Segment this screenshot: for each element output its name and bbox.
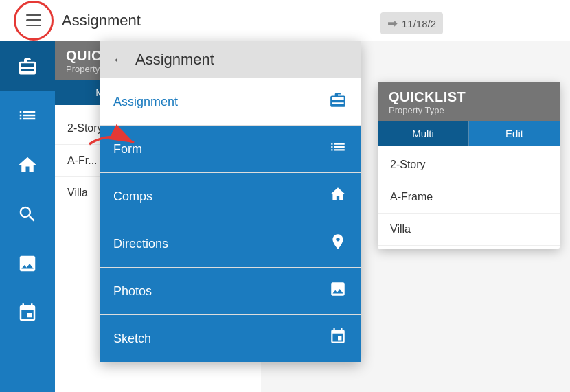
home-icon bbox=[17, 154, 38, 175]
quicklist-title-front: QUICKLIST bbox=[389, 89, 549, 105]
dropdown-header-title: Assignment bbox=[135, 51, 214, 69]
hamburger-circle bbox=[14, 1, 54, 41]
topbar: Assignment ➡ 11/18/2 bbox=[0, 0, 570, 41]
quicklist-item-front-1: 2-Story bbox=[378, 149, 560, 181]
sidebar-item-network[interactable] bbox=[0, 288, 55, 338]
search-icon bbox=[17, 204, 38, 224]
sketch-label: Sketch bbox=[113, 332, 151, 346]
quicklist-subtitle-front: Property Type bbox=[389, 105, 549, 115]
dropdown-item-photos[interactable]: Photos bbox=[100, 268, 361, 315]
dropdown-panel: ← Assignment Assignment Form Comps Direc… bbox=[100, 41, 361, 362]
quicklist-items-front: 2-Story A-Frame Villa bbox=[378, 146, 560, 249]
list-icon bbox=[17, 105, 38, 126]
assignment-label: Assignment bbox=[113, 95, 178, 109]
dropdown-item-assignment[interactable]: Assignment bbox=[100, 78, 361, 126]
dropdown-item-comps[interactable]: Comps bbox=[100, 173, 361, 220]
quicklist-tabs-front: Multi Edit bbox=[378, 121, 560, 146]
comps-label: Comps bbox=[113, 189, 152, 204]
dropdown-header: ← Assignment bbox=[100, 41, 361, 78]
date-badge: ➡ 11/18/2 bbox=[380, 12, 443, 34]
quicklist-tab-edit-front[interactable]: Edit bbox=[469, 121, 560, 146]
sidebar-item-home[interactable] bbox=[0, 140, 55, 189]
form-icon bbox=[329, 138, 347, 160]
photos-icon bbox=[329, 280, 347, 302]
sidebar-item-list[interactable] bbox=[0, 91, 55, 140]
assignment-icon bbox=[329, 91, 347, 113]
quicklist-item-front-3: Villa bbox=[378, 214, 560, 246]
back-arrow[interactable]: ← bbox=[112, 51, 127, 69]
quicklist-panel-front: QUICKLIST Property Type Multi Edit 2-Sto… bbox=[378, 82, 560, 249]
topbar-title: Assignment bbox=[62, 12, 141, 30]
sketch-icon bbox=[329, 327, 347, 349]
directions-icon bbox=[329, 233, 347, 255]
briefcase-icon bbox=[17, 56, 38, 76]
photos-label: Photos bbox=[113, 284, 152, 299]
date-text: 11/18/2 bbox=[402, 18, 436, 30]
dropdown-item-directions[interactable]: Directions bbox=[100, 220, 361, 268]
sidebar-item-briefcase[interactable] bbox=[0, 41, 55, 91]
quicklist-header-front: QUICKLIST Property Type bbox=[378, 82, 560, 121]
directions-label: Directions bbox=[113, 237, 168, 251]
menu-icon[interactable] bbox=[26, 14, 41, 27]
quicklist-tab-multi-front[interactable]: Multi bbox=[378, 121, 469, 146]
image-icon bbox=[17, 253, 38, 274]
comps-icon bbox=[329, 185, 347, 207]
quicklist-item-front-2: A-Frame bbox=[378, 181, 560, 214]
dropdown-item-sketch[interactable]: Sketch bbox=[100, 315, 361, 362]
sidebar-item-image[interactable] bbox=[0, 239, 55, 288]
sidebar bbox=[0, 41, 55, 392]
sidebar-item-search[interactable] bbox=[0, 189, 55, 239]
red-arrow bbox=[82, 124, 144, 168]
network-icon bbox=[17, 303, 38, 323]
